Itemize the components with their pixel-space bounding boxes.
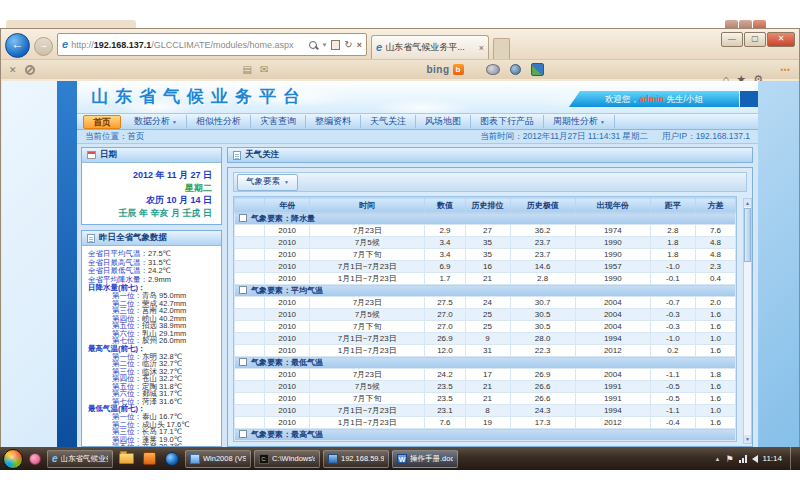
- person-icon[interactable]: [510, 64, 521, 75]
- taskbar-app-icon[interactable]: [29, 453, 41, 465]
- taskbar-button-win[interactable]: Win2008 (VS2...: [185, 450, 251, 468]
- cell: 1.8: [695, 369, 735, 381]
- element-selector-button[interactable]: 气象要素 ▼: [237, 174, 298, 191]
- bing-button-icon[interactable]: b: [453, 64, 464, 75]
- cell: 1994: [575, 405, 650, 417]
- cell: 25: [465, 309, 510, 321]
- table-group-row[interactable]: 气象要素：平均气温: [235, 285, 736, 297]
- url-text[interactable]: http://192.168.137.1/GLCCLIMATE/modules/…: [71, 40, 306, 50]
- table-row[interactable]: 20101月1日~7月23日1.7212.81990-0.10.4: [235, 273, 736, 285]
- table-group-row[interactable]: 气象要素：最高气温: [235, 429, 736, 441]
- maximize-button[interactable]: ▢: [744, 32, 766, 47]
- coins-icon[interactable]: [486, 64, 500, 75]
- nav-item-4[interactable]: 整编资料: [306, 115, 361, 128]
- close-sidebar-icon[interactable]: ✕: [9, 65, 17, 75]
- stop-icon[interactable]: ×: [357, 40, 362, 50]
- table-row[interactable]: 20107月5候3.43523.719901.84.8: [235, 237, 736, 249]
- username: admin: [639, 94, 664, 104]
- table-row[interactable]: 20107月1日~7月23日23.1824.31994-1.11.0: [235, 405, 736, 417]
- url-dropdown-icon[interactable]: ▼: [321, 42, 327, 48]
- taskbar-clock[interactable]: 11:14: [763, 454, 782, 463]
- blocker-icon[interactable]: [25, 65, 35, 75]
- taskbar-button-ie[interactable]: e山东省气候业务平台: [47, 450, 113, 468]
- globe-icon[interactable]: [531, 63, 544, 76]
- table-scrollbar[interactable]: ▲ ▼: [743, 198, 752, 444]
- table-row[interactable]: 20107月23日27.52430.72004-0.72.0: [235, 297, 736, 309]
- calendar-body: 2012 年 11 月 27 日星期二农历 10 月 14 日壬辰 年 辛亥 月…: [82, 163, 221, 219]
- bg-maximize-button[interactable]: [739, 20, 752, 28]
- group-checkbox[interactable]: [239, 430, 247, 438]
- folder-icon[interactable]: [119, 453, 134, 464]
- action-center-flag-icon[interactable]: ⚑: [725, 454, 733, 464]
- compatibility-view-icon[interactable]: [331, 40, 340, 50]
- refresh-icon[interactable]: ↻: [344, 39, 352, 50]
- tab-close-icon[interactable]: ×: [479, 43, 484, 53]
- tray-expand-icon[interactable]: ▲: [715, 456, 721, 462]
- scrollbar-thumb[interactable]: [744, 208, 751, 262]
- table-row[interactable]: 20107月23日31.52936.31955,1951-0.32.5: [235, 441, 736, 443]
- group-cell: 气象要素：平均气温: [235, 285, 736, 297]
- cell: 17.3: [510, 417, 575, 429]
- more-options-icon[interactable]: ⋯: [780, 64, 791, 75]
- cell: 1.6: [695, 309, 735, 321]
- nav-item-5[interactable]: 天气关注: [361, 115, 416, 128]
- nav-item-6[interactable]: 风场地图: [416, 115, 471, 128]
- nav-item-7[interactable]: 图表下行产品: [471, 115, 544, 128]
- media-player-icon[interactable]: [165, 452, 179, 466]
- bing-search-widget[interactable]: bing b: [426, 64, 463, 75]
- cell: 2010: [265, 225, 310, 237]
- group-checkbox[interactable]: [239, 358, 247, 366]
- nav-item-2[interactable]: 相似性分析: [187, 115, 251, 128]
- cell: 1955,1951: [575, 441, 650, 443]
- group-checkbox[interactable]: [239, 286, 247, 294]
- mail-icon[interactable]: ✉: [260, 64, 268, 75]
- table-row[interactable]: 20107月下旬3.43523.719901.84.8: [235, 249, 736, 261]
- table-group-row[interactable]: 气象要素：降水量: [235, 213, 736, 225]
- bg-minimize-button[interactable]: [725, 20, 738, 28]
- close-button[interactable]: ✕: [767, 32, 795, 47]
- table-row[interactable]: 20101月1日~7月23日7.61917.32012-0.41.6: [235, 417, 736, 429]
- group-checkbox[interactable]: [239, 214, 247, 222]
- cell: 2010: [265, 345, 310, 357]
- volume-icon[interactable]: [752, 455, 758, 463]
- start-button[interactable]: [3, 449, 23, 469]
- taskbar-button-rdp[interactable]: 192.168.59.99...: [323, 450, 389, 468]
- table-group-row[interactable]: 气象要素：最低气温: [235, 357, 736, 369]
- scroll-down-icon[interactable]: ▼: [744, 435, 751, 443]
- table-row[interactable]: 20107月5候23.52126.61991-0.51.6: [235, 381, 736, 393]
- nav-item-0[interactable]: 首页: [83, 115, 121, 129]
- table-row[interactable]: 20107月下旬23.52126.61991-0.51.6: [235, 393, 736, 405]
- browser-tab[interactable]: e 山东省气候业务平... ×: [371, 35, 489, 59]
- forward-button[interactable]: →: [34, 37, 53, 56]
- new-tab-button[interactable]: [493, 38, 510, 59]
- orange-app-icon[interactable]: [143, 452, 156, 465]
- search-icon[interactable]: [309, 41, 317, 49]
- scroll-up-icon[interactable]: ▲: [744, 199, 751, 207]
- table-row[interactable]: 20101月1日~7月23日12.03122.320120.21.6: [235, 345, 736, 357]
- site-container: 山东省气候业务平台 欢迎您，admin 先生/小姐 首页数据分析▼相似性分析灾害…: [57, 81, 758, 447]
- column-header: 数值: [425, 198, 465, 213]
- back-button[interactable]: ←: [5, 33, 30, 58]
- cell: 26.6: [510, 381, 575, 393]
- taskbar-button-word[interactable]: W操作手册.docx ...: [392, 450, 458, 468]
- nav-item-1[interactable]: 数据分析▼: [125, 115, 187, 128]
- nav-item-8[interactable]: 周期性分析▼: [544, 115, 615, 128]
- cell: 0.2: [650, 345, 695, 357]
- site-left-strip: [57, 81, 77, 447]
- cell: 7月23日: [310, 441, 425, 443]
- card-icon[interactable]: ▤: [243, 64, 252, 75]
- nav-item-3[interactable]: 灾害查询: [251, 115, 306, 128]
- table-row[interactable]: 20107月23日24.21726.92004-1.11.8: [235, 369, 736, 381]
- rank-value: 胶州 26.0mm: [142, 336, 186, 345]
- table-row[interactable]: 20107月1日~7月23日26.9928.01994-1.01.0: [235, 333, 736, 345]
- bg-close-button[interactable]: [753, 20, 766, 28]
- table-row[interactable]: 20107月23日2.92736.219742.87.6: [235, 225, 736, 237]
- show-desktop-button[interactable]: [790, 447, 797, 470]
- table-row[interactable]: 20107月下旬27.02530.52004-0.31.6: [235, 321, 736, 333]
- minimize-button[interactable]: —: [721, 32, 743, 47]
- network-icon[interactable]: [739, 455, 747, 463]
- table-row[interactable]: 20107月1日~7月23日6.91614.61957-1.02.3: [235, 261, 736, 273]
- url-box[interactable]: e http://192.168.137.1/GLCCLIMATE/module…: [57, 33, 367, 56]
- table-row[interactable]: 20107月5候27.02530.52004-0.31.6: [235, 309, 736, 321]
- taskbar-button-cmd[interactable]: C:C:\Windows\s...: [254, 450, 320, 468]
